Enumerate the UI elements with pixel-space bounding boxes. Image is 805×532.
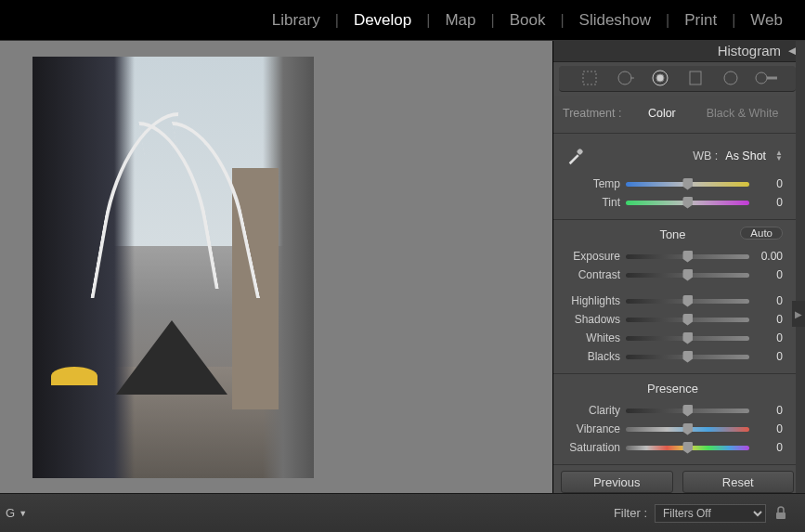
whites-slider[interactable]: [626, 336, 749, 341]
temp-slider[interactable]: [626, 182, 749, 187]
radial-filter-icon[interactable]: [719, 66, 743, 90]
sort-label: G: [6, 506, 15, 520]
svg-point-4: [656, 74, 664, 82]
highlights-label: Highlights: [563, 294, 620, 307]
whites-label: Whites: [563, 331, 620, 344]
svg-rect-10: [776, 513, 786, 519]
panel-expand-icon[interactable]: ▶: [792, 301, 805, 327]
collapse-left-icon[interactable]: ◀: [788, 45, 796, 57]
module-nav: Library | Develop | Map | Book | Slidesh…: [0, 0, 805, 40]
saturation-label: Saturation: [563, 441, 620, 454]
wb-value[interactable]: As Shot: [725, 149, 766, 162]
shadows-label: Shadows: [563, 313, 620, 326]
blacks-slider[interactable]: [626, 355, 749, 359]
redeye-tool-icon[interactable]: [648, 66, 672, 90]
exposure-value[interactable]: 0.00: [755, 250, 783, 263]
tool-strip: [559, 66, 796, 92]
nav-develop[interactable]: Develop: [354, 11, 411, 30]
shadows-value[interactable]: 0: [755, 313, 783, 326]
clarity-value[interactable]: 0: [755, 404, 783, 417]
temp-label: Temp: [563, 177, 620, 190]
highlights-slider[interactable]: [626, 299, 749, 304]
nav-slideshow[interactable]: Slideshow: [579, 11, 652, 30]
treatment-color[interactable]: Color: [621, 107, 702, 120]
temp-value[interactable]: 0: [755, 177, 783, 190]
nav-sep: |: [335, 12, 339, 29]
vibrance-value[interactable]: 0: [755, 422, 783, 435]
nav-sep: |: [732, 12, 735, 29]
saturation-slider[interactable]: [626, 446, 749, 450]
wb-section: WB : As Shot ▲▼ Temp 0 Tint 0: [553, 134, 796, 220]
chevron-down-icon: ▼: [19, 509, 27, 518]
svg-rect-9: [577, 149, 584, 156]
svg-point-7: [756, 72, 767, 84]
svg-rect-5: [690, 71, 701, 84]
eyedropper-icon[interactable]: [563, 143, 589, 169]
graduated-filter-icon[interactable]: [683, 66, 708, 90]
histogram-header[interactable]: Histogram ◀: [553, 41, 805, 62]
exposure-label: Exposure: [563, 250, 620, 263]
crop-tool-icon[interactable]: [578, 66, 602, 90]
reset-button[interactable]: Reset: [682, 471, 795, 493]
tint-value[interactable]: 0: [755, 196, 783, 209]
nav-sep: |: [426, 12, 430, 29]
nav-book[interactable]: Book: [510, 11, 546, 30]
filmstrip-toolbar: G ▼ Filter : Filters Off: [0, 493, 805, 532]
wb-label: WB :: [693, 149, 718, 162]
tint-label: Tint: [563, 196, 620, 209]
nav-library[interactable]: Library: [272, 11, 320, 30]
svg-rect-0: [583, 71, 596, 84]
nav-sep: |: [666, 12, 669, 29]
shadows-slider[interactable]: [626, 318, 749, 322]
treatment-bw[interactable]: Black & White: [702, 107, 783, 120]
treatment-label: Treatment :: [563, 107, 621, 120]
photo-preview: [32, 57, 314, 478]
image-canvas[interactable]: [0, 41, 553, 493]
saturation-value[interactable]: 0: [755, 441, 783, 454]
nav-sep: |: [560, 12, 564, 29]
previous-button[interactable]: Previous: [561, 471, 673, 493]
panel-scrollbar[interactable]: [796, 41, 805, 493]
vibrance-slider[interactable]: [626, 427, 749, 432]
adjustment-brush-icon[interactable]: [754, 66, 778, 90]
exposure-slider[interactable]: [626, 254, 749, 259]
whites-value[interactable]: 0: [755, 331, 783, 344]
contrast-value[interactable]: 0: [755, 268, 783, 281]
develop-panel: Histogram ◀ Treatment : Color Black & Wh…: [553, 41, 805, 493]
filter-label: Filter :: [614, 506, 647, 520]
nav-print[interactable]: Print: [684, 11, 717, 30]
nav-sep: |: [491, 12, 495, 29]
spot-removal-icon[interactable]: [613, 66, 637, 90]
main-area: Histogram ◀ Treatment : Color Black & Wh…: [0, 40, 805, 493]
vibrance-label: Vibrance: [563, 422, 620, 435]
svg-point-6: [724, 71, 737, 84]
sort-menu[interactable]: G ▼: [6, 506, 27, 520]
contrast-label: Contrast: [563, 268, 620, 281]
blacks-label: Blacks: [563, 350, 620, 363]
wb-dropdown-icon[interactable]: ▲▼: [775, 150, 783, 162]
treatment-section: Treatment : Color Black & White: [553, 96, 796, 134]
presence-heading: Presence: [647, 382, 698, 396]
lock-icon[interactable]: [773, 506, 788, 521]
presence-section: Presence Clarity 0 Vibrance 0 Saturation…: [553, 374, 796, 465]
clarity-slider[interactable]: [626, 409, 749, 413]
filter-select[interactable]: Filters Off: [655, 504, 766, 523]
clarity-label: Clarity: [563, 404, 620, 417]
blacks-value[interactable]: 0: [755, 350, 783, 363]
tone-heading: Tone: [659, 227, 685, 241]
contrast-slider[interactable]: [626, 273, 749, 278]
auto-tone-button[interactable]: Auto: [740, 227, 783, 240]
panel-buttons: Previous Reset: [553, 465, 805, 493]
svg-point-1: [618, 71, 631, 84]
tone-section: Tone Auto Exposure 0.00 Contrast 0 Highl…: [553, 220, 796, 374]
histogram-label: Histogram: [718, 43, 781, 58]
nav-web[interactable]: Web: [750, 11, 783, 30]
tint-slider[interactable]: [626, 201, 749, 205]
nav-map[interactable]: Map: [445, 11, 475, 30]
highlights-value[interactable]: 0: [755, 294, 783, 307]
